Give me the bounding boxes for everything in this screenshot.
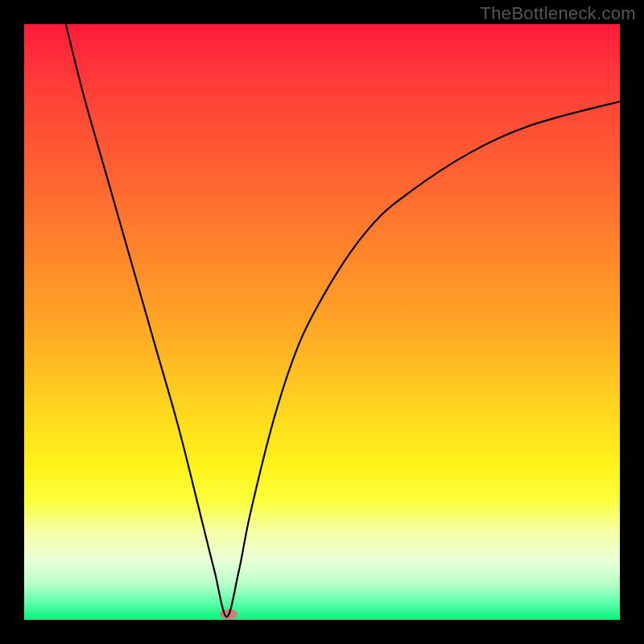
plot-area (24, 24, 620, 620)
bottleneck-curve (24, 24, 620, 620)
curve-path (66, 24, 620, 617)
watermark-text: TheBottleneck.com (481, 3, 636, 24)
chart-container: TheBottleneck.com (0, 0, 644, 644)
